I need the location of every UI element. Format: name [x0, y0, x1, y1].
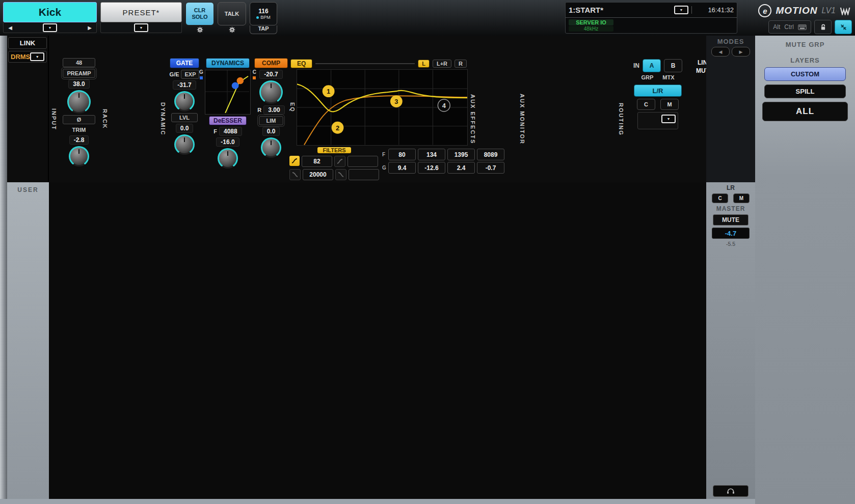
deesser-button[interactable]: DeESSER [209, 116, 247, 125]
talkback-settings-button[interactable] [218, 25, 246, 34]
limiter-value: 0.0 [262, 127, 280, 136]
svg-text:4: 4 [442, 102, 446, 109]
link-group-dropdown-icon[interactable]: ▼ [30, 52, 44, 61]
gate-dot [200, 76, 203, 79]
lock-button[interactable] [814, 20, 832, 34]
limiter-button[interactable]: LIM [259, 116, 283, 125]
lpf-slope-icon[interactable] [289, 169, 301, 180]
phantom-48v-button[interactable]: 48 [63, 58, 95, 67]
filters-title: FILTERS [317, 147, 351, 153]
link-group-select[interactable]: DRMS ▼ [8, 51, 47, 63]
exp-mode-button[interactable]: EXP [181, 70, 199, 79]
gate-button[interactable]: GATE [170, 58, 199, 68]
selected-channel-display[interactable]: Kick [3, 2, 97, 22]
band1-gain[interactable]: 9.4 [388, 162, 416, 174]
eq-right-button[interactable]: R [455, 60, 467, 68]
keyboard-modifiers[interactable]: Alt Ctrl [768, 20, 811, 34]
mixer-strips [49, 182, 706, 499]
comp-button[interactable]: COMP [254, 58, 288, 68]
talkback-button[interactable]: TALK [218, 2, 246, 25]
hpf-slope-icon[interactable] [289, 156, 300, 166]
trim-label: TRIM [63, 126, 95, 134]
scene-name[interactable]: 1:START* [569, 6, 671, 14]
right-panel: MUTE GRP LAYERS CUSTOM SPILL ALL [755, 36, 855, 504]
route-dropdown-icon[interactable]: ▼ [661, 115, 676, 123]
modes-panel: MODES ◀ ▶ [706, 36, 755, 182]
band2-gain[interactable]: -12.6 [418, 162, 445, 174]
eq-lr-button[interactable]: L+R [433, 60, 451, 68]
comp-threshold-knob[interactable] [259, 80, 283, 104]
layer-custom-button[interactable]: CUSTOM [764, 67, 846, 81]
band1-freq[interactable]: 80 [388, 149, 416, 160]
lpf-freq-value[interactable]: 20000 [303, 169, 333, 180]
ratio-value: 3.00 [263, 105, 284, 115]
filter4-freq-value[interactable] [349, 169, 379, 180]
preamp-gain-knob[interactable] [67, 90, 91, 114]
master-fader[interactable] [709, 249, 752, 483]
filter2-slope-icon[interactable] [334, 156, 345, 167]
tap-tempo-button[interactable]: TAP [250, 25, 277, 34]
hpf-freq-value[interactable]: 82 [302, 156, 332, 167]
scene-dropdown-icon[interactable]: ▼ [674, 6, 688, 14]
filter4-slope-icon[interactable] [335, 169, 346, 180]
svg-text:3: 3 [394, 98, 398, 105]
trim-knob[interactable] [69, 146, 89, 166]
channel-dropdown-icon[interactable]: ▼ [43, 23, 57, 32]
gate-threshold-knob[interactable] [174, 91, 195, 111]
eq-left-button[interactable]: L [418, 60, 430, 68]
route-c-button[interactable]: C [637, 99, 655, 110]
input-a-button[interactable]: A [643, 59, 661, 72]
master-c-button[interactable]: C [712, 193, 728, 203]
deesser-freq-label: F [213, 128, 217, 134]
filter2-freq-value[interactable] [348, 156, 378, 167]
route-lr-button[interactable]: L/R [634, 85, 682, 97]
input-b-button[interactable]: B [664, 59, 682, 72]
modes-title: MODES [709, 38, 752, 45]
dynamics-button[interactable]: DYNAMICS [206, 58, 250, 68]
limiter-knob[interactable] [261, 137, 281, 158]
modes-prev-button[interactable]: ◀ [711, 47, 730, 57]
deesser-knob[interactable] [218, 148, 238, 169]
band2-freq[interactable]: 134 [418, 149, 445, 160]
master-strip-name: LR [727, 184, 735, 191]
bpm-display[interactable]: 116 BPM [250, 2, 277, 25]
preset-display[interactable]: PRESET* [100, 2, 182, 22]
master-fader-value: -4.7 [712, 228, 750, 239]
master-strip[interactable]: LR C M MASTER MUTE -4.7 -5.5 [706, 182, 755, 499]
phase-flip-button[interactable]: Ø [63, 115, 95, 124]
next-channel-button[interactable]: ▶ [83, 25, 96, 31]
svg-text:1: 1 [327, 88, 330, 95]
comp-dot [253, 76, 256, 79]
collapse-view-button[interactable] [835, 20, 852, 34]
eq-curve-graph[interactable]: 1 2 3 4 [297, 69, 468, 146]
lock-icon [820, 24, 826, 31]
gate-floor-knob[interactable] [174, 134, 195, 155]
sample-rate: 48kHz [569, 26, 613, 32]
aux-effects-label: AUX EFFECTS [469, 58, 476, 180]
gate-lvl-button[interactable]: LVL [171, 113, 198, 122]
prev-channel-button[interactable]: ◀ [4, 25, 17, 31]
route-extra-select[interactable]: ▼ [637, 112, 678, 129]
layer-spill-button[interactable]: SPILL [764, 85, 846, 98]
eq-button[interactable]: EQ [290, 59, 312, 68]
preamp-button[interactable]: PREAMP [63, 69, 95, 78]
master-peak-value: -5.5 [726, 241, 735, 247]
solo-settings-button[interactable] [185, 25, 214, 34]
ratio-label: R [257, 107, 261, 113]
gate-threshold-value: -31.7 [173, 80, 196, 90]
input-select-row [49, 36, 706, 58]
master-m-button[interactable]: M [733, 193, 750, 203]
in-label: IN [633, 62, 639, 69]
mute-grp-title: MUTE GRP [761, 41, 849, 48]
clear-solo-button[interactable]: CLRSOLO [185, 2, 214, 25]
eq-section: EQ L L+R R EQ 1 2 [289, 58, 468, 180]
bpm-unit: 116 BPM TAP [250, 2, 277, 34]
modes-next-button[interactable]: ▶ [732, 47, 750, 57]
master-mute-button[interactable]: MUTE [713, 214, 748, 226]
master-phones-button[interactable] [713, 485, 748, 497]
route-m-button[interactable]: M [660, 99, 679, 110]
channel-name-unit: Kick ◀ ▼ ▶ [3, 2, 97, 33]
preset-unit: PRESET* ▼ [100, 2, 182, 33]
preset-dropdown-icon[interactable]: ▼ [134, 23, 148, 32]
layer-all-button[interactable]: ALL [762, 102, 848, 121]
